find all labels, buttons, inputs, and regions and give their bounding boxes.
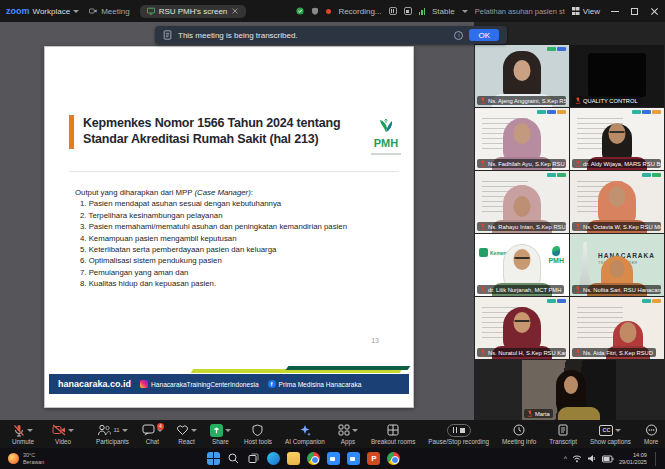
participant-tile[interactable]: Ns. Ajeng Anggraini, S.Kep RSU Abdi [475,45,569,107]
participant-tile[interactable]: Ns. Rahayu Intan, S.Kep RSU Medika [475,171,569,233]
stop-icon[interactable] [460,428,465,433]
more-button[interactable]: More [640,424,662,445]
chevron-up-icon[interactable] [615,429,621,432]
file-explorer-icon[interactable] [287,452,300,465]
tray-chevron-icon[interactable]: ^ [564,455,567,462]
breakout-rooms-button[interactable]: Breakout rooms [367,424,419,445]
show-desktop-button[interactable] [655,452,657,466]
close-window-button[interactable] [650,7,659,16]
chevron-up-icon[interactable] [68,429,74,432]
close-tab-icon[interactable] [231,7,239,15]
minimize-button[interactable] [611,11,619,12]
chevron-up-icon[interactable] [225,429,231,432]
tab-shared-screen[interactable]: RSU PMH's screen [140,5,247,18]
banner-ok-button[interactable]: OK [469,29,499,41]
instagram-handle: HanacarakaTrainingCenterIndonesia [151,381,259,388]
chat-icon [142,424,155,436]
host-tools-button[interactable]: Host tools [240,424,276,445]
chrome-icon[interactable] [307,452,320,465]
zoom-meeting-window: zoom Workplace Meeting RSU PMH's screen … [0,0,665,469]
windows-start-button[interactable] [207,452,220,465]
chevron-up-icon[interactable] [191,429,197,432]
muted-mic-icon [480,97,486,104]
zoom-workplace-menu[interactable]: zoom Workplace [6,6,79,16]
slide-list-item: 8. Kualitas hidup dan kepuasan pasien. [75,278,395,289]
wifi-icon[interactable] [572,454,582,463]
pause-recording-button[interactable] [389,7,397,15]
slide-list-item: 6. Optimalisasi sistem pendukung pasien [75,255,395,266]
muted-mic-icon [480,223,486,230]
taskbar-clock[interactable]: 14:09 29/01/2025 [619,452,647,465]
meeting-stage: Kepmenkes Nomor 1566 Tahun 2024 tentang … [0,22,665,420]
taskbar-apps: P [207,452,400,465]
unmute-button[interactable]: Unmute [8,424,38,445]
weather-widget[interactable]: 30°C Berawan [8,452,44,464]
chrome-icon[interactable] [387,452,400,465]
muted-mic-icon [575,286,581,293]
participant-tile[interactable]: HANACARAKA TRAINING CENTER Ns. Nofita Sa… [570,234,664,296]
participant-tile[interactable]: Ns. Octavia W, S.Kep RSU MHA [570,171,664,233]
start-video-button[interactable]: Video [48,424,78,445]
recording-label: Recording... [338,7,381,16]
encryption-shield-icon [311,7,319,15]
participant-tile[interactable]: Kemenkes PMH dr. Lilik Nurjanah, MCT PMH [475,234,569,296]
muted-mic-icon [527,410,533,417]
weather-condition: Berawan [23,459,44,465]
zoom-app-icon[interactable] [327,452,340,465]
stop-recording-button[interactable] [404,7,412,15]
chevron-up-icon[interactable] [122,429,128,432]
chat-button[interactable]: 4 Chat [138,424,167,445]
breakout-rooms-icon [387,424,399,436]
maximize-button[interactable] [631,8,638,15]
camera-off-icon [52,424,66,436]
participant-tile[interactable]: QUALITY CONTROL [570,45,664,107]
battery-icon[interactable] [602,455,614,463]
volume-icon[interactable] [587,454,597,463]
facebook-icon: f [268,380,276,388]
slide-list-item: 3. Pasien memahami/mematuhi asuhan dan p… [75,221,395,232]
participant-tile[interactable]: Ns. Aida Fitri, S.Kep RSUD [570,297,664,359]
search-button[interactable] [227,452,240,465]
divider [69,171,399,172]
facebook-handle: Prima Medisina Hanacaraka [279,381,362,388]
pause-icon[interactable] [453,427,457,433]
participant-name-chip: QUALITY CONTROL [572,96,641,105]
more-icon [645,424,658,436]
slide-list-item: 7. Pemulangan yang aman dan [75,267,395,278]
transcript-button[interactable]: Transcript [545,424,581,445]
info-icon[interactable]: i [454,31,463,40]
participant-name-chip: Ns. Aida Fitri, S.Kep RSUD [572,348,656,357]
pause-stop-recording-button[interactable]: Pause/Stop recording [424,424,493,445]
ai-companion-button[interactable]: AI Companion [281,424,329,445]
chevron-down-icon[interactable] [462,10,468,13]
participants-button[interactable]: 11 Participants [92,424,133,445]
task-view-button[interactable] [247,452,260,465]
participant-tile[interactable]: dr. Aldy Wijaya, MARS RSU Bunda [570,108,664,170]
participant-name-chip: Marta [524,409,553,418]
sparkle-icon [299,424,311,436]
meeting-info-button[interactable]: Meeting info [498,424,540,445]
participant-tile[interactable]: Marta [522,360,616,420]
edge-icon[interactable] [267,452,280,465]
zoom-app-icon[interactable] [347,452,360,465]
transcription-banner: This meeting is being transcribed. i OK [155,26,507,44]
react-button[interactable]: React [172,424,201,445]
participant-name-chip: Ns. Fadhilah Ayu, S.Kep RSU Bunda [477,159,566,168]
participant-tile[interactable]: Ns. Nuratul H, S.Kep RSU Kambang [475,297,569,359]
apps-button[interactable]: Apps [334,424,362,445]
captions-icon: CC [599,425,613,436]
participant-name-chip: Ns. Octavia W, S.Kep RSU MHA [572,222,661,231]
meeting-toolbar: Unmute Video 11 Participants 4 [0,420,665,448]
slide-footer-bar: hanacaraka.co.id HanacarakaTrainingCente… [49,374,409,394]
muted-mic-icon [575,160,581,167]
view-button[interactable]: View [572,7,600,16]
participant-tile[interactable]: Ns. Fadhilah Ayu, S.Kep RSU Bunda [475,108,569,170]
monument-illustration [578,242,592,290]
show-captions-button[interactable]: CC Show captions [586,424,635,445]
powerpoint-icon[interactable]: P [367,452,380,465]
camera-off-screen [588,53,646,97]
share-screen-button[interactable]: Share [206,424,235,445]
tab-meeting[interactable]: Meeting [89,7,129,16]
chevron-up-icon[interactable] [352,429,358,432]
chevron-up-icon[interactable] [27,429,33,432]
